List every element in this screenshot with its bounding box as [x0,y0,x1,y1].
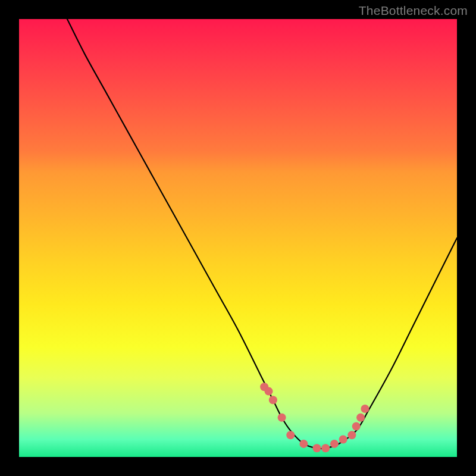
curve-marker [286,431,295,439]
curve-marker [321,444,330,452]
curve-marker [330,440,339,448]
watermark-text: TheBottleneck.com [359,4,468,18]
curve-marker [339,436,347,444]
curve-marker [347,431,356,439]
curve-marker [312,444,321,452]
curve-marker [352,422,361,430]
curve-markers [260,383,369,452]
curve-marker [269,396,277,404]
curve-marker [265,387,273,396]
curve-marker [361,405,369,413]
curve-marker [356,414,365,422]
curve-marker [278,414,286,422]
chart-svg [19,19,457,457]
chart-frame: TheBottleneck.com [0,0,476,476]
plot-area [19,19,457,457]
curve-marker [299,440,308,448]
